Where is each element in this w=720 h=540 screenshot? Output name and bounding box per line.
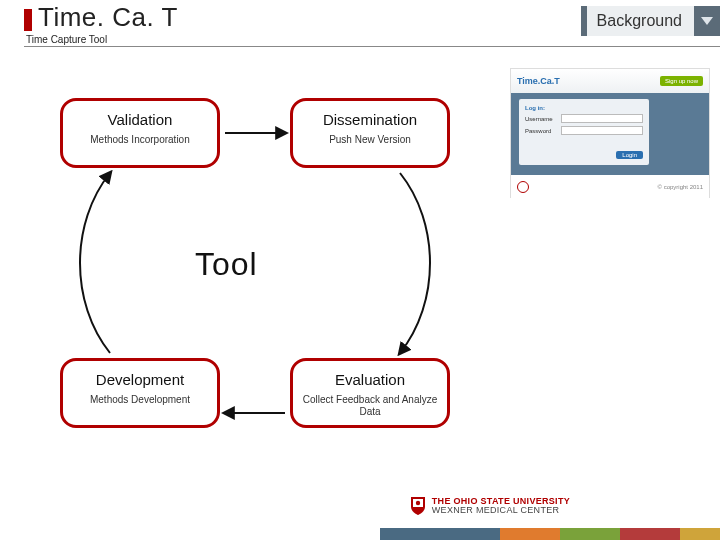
node-validation: Validation Methods Incorporation (60, 98, 220, 168)
shot-password-input (561, 126, 643, 135)
shot-password-label: Password (525, 128, 557, 134)
node-subtitle: Collect Feedback and Analyze Data (293, 394, 447, 418)
footer-color-bars (380, 528, 720, 540)
shot-login-panel: Log in: Username Password Login (519, 99, 649, 165)
diagram-stage: Validation Methods Incorporation Dissemi… (0, 48, 720, 540)
section-chip[interactable]: Background (581, 6, 720, 36)
shot-seal-icon (517, 181, 529, 193)
node-title: Evaluation (293, 371, 447, 388)
footer-logo: THE OHIO STATE UNIVERSITY WEXNER MEDICAL… (410, 496, 570, 516)
chip-label: Background (587, 6, 694, 36)
node-dissemination: Dissemination Push New Version (290, 98, 450, 168)
shot-login-header: Log in: (525, 105, 643, 111)
node-subtitle: Methods Incorporation (63, 134, 217, 146)
shot-footer: © copyright 2011 (511, 175, 709, 199)
shot-username-label: Username (525, 116, 557, 122)
node-title: Dissemination (293, 111, 447, 128)
diagram-center-label: Tool (195, 246, 258, 283)
shield-icon (410, 496, 426, 516)
footer-org-line2: WEXNER MEDICAL CENTER (432, 506, 570, 515)
page-subtitle: Time Capture Tool (26, 34, 107, 45)
app-screenshot: Time.Ca.T Sign up now Log in: Username P… (510, 68, 710, 198)
shot-hero: Log in: Username Password Login (511, 93, 709, 175)
shot-logo: Time.Ca.T (517, 76, 560, 86)
svg-point-4 (416, 501, 420, 505)
node-development: Development Methods Development (60, 358, 220, 428)
header-rule (24, 46, 720, 47)
shot-username-input (561, 114, 643, 123)
shot-header: Time.Ca.T Sign up now (511, 69, 709, 93)
node-subtitle: Push New Version (293, 134, 447, 146)
node-evaluation: Evaluation Collect Feedback and Analyze … (290, 358, 450, 428)
shot-copyright: © copyright 2011 (658, 184, 703, 190)
shot-signup-button: Sign up now (660, 76, 703, 86)
node-title: Development (63, 371, 217, 388)
page-title: Time. Ca. T (38, 2, 178, 33)
accent-bar (24, 9, 32, 31)
svg-marker-0 (701, 17, 713, 25)
header: Time. Ca. T Time Capture Tool Background (0, 0, 720, 46)
node-subtitle: Methods Development (63, 394, 217, 406)
footer: THE OHIO STATE UNIVERSITY WEXNER MEDICAL… (0, 510, 720, 540)
node-title: Validation (63, 111, 217, 128)
shot-login-button: Login (616, 151, 643, 159)
chip-dropdown-icon[interactable] (694, 6, 720, 36)
